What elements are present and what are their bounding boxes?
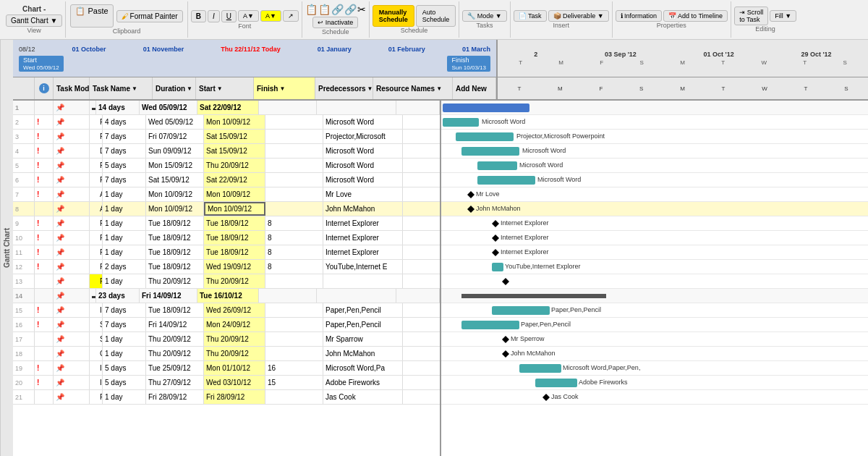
svg-marker-1 [467,206,475,213]
highlight-btn[interactable]: A▼ [260,10,281,22]
gantt-milestone [492,220,499,229]
underline-btn[interactable]: U [221,10,237,22]
font-color-btn[interactable]: A▼ [238,10,259,22]
gantt-row [441,101,868,115]
gantt-row: Paper,Pen,Pencil [441,303,868,318]
svg-marker-3 [492,235,499,242]
gantt-bar [461,321,519,329]
gantt-bar [492,263,503,271]
auto-schedule-btn[interactable]: AutoSchedule [416,5,456,27]
gantt-milestone [492,249,499,258]
header-start[interactable]: Start ▼ [196,77,254,99]
bold-btn[interactable]: B [191,10,206,22]
gantt-row [441,274,868,289]
header-resource[interactable]: Resource Names ▼ [373,77,453,99]
gantt-chart-area: Microsoft Word Projector,Microsoft Power… [441,101,868,456]
gantt-row: Microsoft Word [441,144,868,159]
table-row: 14 📌 ▬ Design 23 days Fri 14/09/12 Tue 1… [13,289,440,303]
gantt-row: Mr Love [441,187,868,202]
gantt-row: Internet Explorer [441,245,868,260]
gantt-milestone [502,350,509,359]
gantt-bar-label: Internet Explorer [501,234,549,241]
task-btn[interactable]: 📄 Task [514,10,547,22]
table-row: 20 ! 📌 Improved Design/ Digital Design 5… [13,376,440,390]
gantt-bar-label: Projector,Microsoft Powerpoint [516,132,605,140]
table-row: 11 ! 📌 Research Design Ideas 1 day Tue 1… [13,245,440,260]
gantt-milestone [467,206,475,214]
table-row: 13 📌 Project Progress Review 1 1 day Thu… [13,274,440,289]
gantt-bar-label: Microsoft Word,Paper,Pen, [563,364,640,371]
gantt-bar [461,147,519,156]
table-row: 5 ! 📌 Risk Analysis 5 days Mon 15/09/12 … [13,159,440,173]
table-row: 4 ! 📌 Definition of Scope 7 days Sun 09/… [13,144,440,159]
finish-date: Sun 10/03/13 [451,64,486,71]
table-row: 9 ! 📌 Research Company (house style, val… [13,216,440,231]
information-btn[interactable]: ℹ Information [616,10,663,22]
table-row: 19 ! 📌 Improved Storyboard 5 days Tue 25… [13,361,440,376]
table-row: 12 ! 📌 Flash Tutorials 2 days Tue 18/09/… [13,260,440,274]
gantt-row: Mr Sperrow [441,332,868,347]
gantt-bar-label: John McMahon [476,205,521,212]
gantt-bar-label: Jas Cook [551,393,579,400]
gantt-bar-label: Mr Love [476,190,500,198]
header-finish[interactable]: Finish ▼ [254,77,315,99]
gantt-row: Adobe Fireworks [441,376,868,390]
header-task-mode[interactable]: Task Mode ▼ [54,77,90,99]
gantt-bar [519,364,561,373]
deliverable-btn[interactable]: 📦 Deliverable ▼ [548,10,609,22]
table-row: 1 📌 ▬ Preparation 14 days Wed 05/09/12 S… [13,101,440,115]
gantt-bar [477,176,535,185]
table-row: 3 ! 📌 Project Proposal Presentation 7 da… [13,130,440,144]
header-duration[interactable]: Duration ▼ [153,77,196,99]
header-predecessors[interactable]: Predecessors ▼ [315,77,373,99]
paste-btn[interactable]: 📋 Paste [70,4,113,28]
gantt-row: Microsoft Word,Paper,Pen, [441,361,868,376]
fill-btn[interactable]: Fill ▼ [770,10,796,22]
table-row: 16 ! 📌 Storyboard (functional aspect) 7 … [13,318,440,332]
gantt-chart-label: Gantt Chart [0,40,13,456]
font-dialog-btn[interactable]: ↗ [283,10,299,22]
gantt-bar-label: YouTube,Internet Explorer [505,263,580,270]
header-info[interactable]: i [35,77,54,99]
gantt-bar-label: Microsoft Word [482,118,525,125]
italic-btn[interactable]: I [208,10,220,22]
gantt-bar-label: Mr Sperrow [511,335,545,342]
gantt-row: Internet Explorer [441,231,868,245]
gantt-row: John McMahon [441,347,868,361]
svg-marker-4 [492,249,499,256]
gantt-bar-label: Internet Explorer [501,248,549,256]
gantt-bar [443,104,529,112]
table-row: 15 ! 📌 Initial Design (visual aspect) 7 … [13,303,440,318]
gantt-row: Projector,Microsoft Powerpoint [441,130,868,144]
manually-schedule-btn[interactable]: ManuallySchedule [373,5,414,27]
toolbar: Chart - Gantt Chart ▼ View 📋 Paste 🖌 For… [0,0,868,40]
svg-marker-6 [502,336,509,343]
add-to-timeline-btn[interactable]: 📅 Add to Timeline [663,10,728,22]
gantt-row: Internet Explorer [441,216,868,231]
table-row: 17 📌 Senior Manager Feedback- Storyboard… [13,332,440,347]
scroll-to-task-btn[interactable]: ⇥ Scrollto Task [734,7,768,25]
gantt-row: Jas Cook [441,390,868,405]
gantt-chart-btn[interactable]: Gantt Chart ▼ [6,14,62,27]
mode-btn[interactable]: 🔧 Mode ▼ [462,10,506,22]
inactivate-btn[interactable]: ↩ Inactivate [312,17,358,28]
toolbar-title: Chart - [22,5,46,13]
gantt-bar [535,379,577,387]
format-painter-btn[interactable]: 🖌 Format Painter [116,10,183,22]
start-date: Wed 05/09/12 [23,64,59,71]
header-task-name[interactable]: Task Name ▼ [90,77,153,99]
gantt-row [441,289,868,303]
table-row: 2 ! 📌 Project Proposal 4 days Wed 05/09/… [13,115,440,130]
gantt-bar-label: John McMahon [511,350,556,357]
header-addnew[interactable]: Add New [453,77,496,99]
gantt-milestone [502,278,509,287]
gantt-bar [443,118,479,127]
gantt-bar [492,306,550,315]
table-row[interactable]: 8 📌 Approval from client- Project Propos… [13,202,440,216]
gantt-bar-label: Internet Explorer [501,219,549,227]
gantt-bar-label: Microsoft Word [519,161,563,169]
svg-marker-8 [542,394,550,401]
gantt-bar-label: Paper,Pen,Pencil [551,306,601,313]
gantt-bar [477,161,517,170]
gantt-bar [461,294,606,298]
